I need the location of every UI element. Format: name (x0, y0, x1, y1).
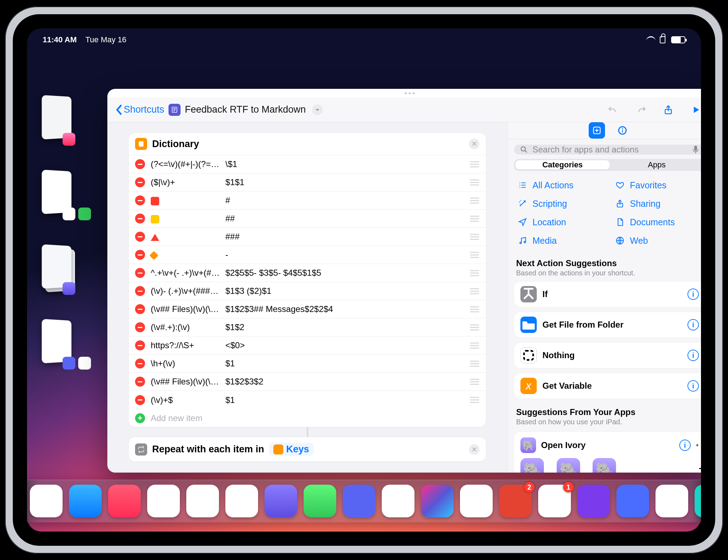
suggestion-item[interactable]: Get File from Folderi (514, 312, 701, 338)
dictionary-key[interactable]: (\v)- (.+)\v+(###.… (145, 286, 220, 296)
dictionary-row[interactable]: (?<=\v)(#+|-)(?=\h)\$1 (129, 155, 486, 173)
reorder-handle[interactable] (470, 288, 480, 294)
dock-app-clock[interactable] (655, 485, 688, 517)
reorder-handle[interactable] (470, 216, 480, 222)
reorder-handle[interactable] (470, 324, 480, 330)
dictionary-row[interactable]: (\v)+$$1 (129, 391, 486, 409)
window-grabber[interactable] (107, 89, 701, 97)
reorder-handle[interactable] (470, 179, 480, 185)
open-ivory-label[interactable]: Open Ivory (541, 440, 674, 450)
dictionary-key[interactable]: ($|\v)+ (145, 177, 220, 187)
repeat-variable-pill[interactable]: Keys (269, 443, 314, 456)
dock-app-obsidian[interactable] (577, 485, 610, 517)
dictionary-key[interactable]: https?://\S+ (145, 340, 220, 350)
dock-app-mastodon[interactable] (264, 485, 297, 517)
seg-apps[interactable]: Apps (610, 160, 701, 169)
ivory-tile[interactable]: 🐘Home (520, 458, 544, 473)
dictionary-row[interactable]: (\v#.+):(\v)$1$2 (129, 318, 486, 336)
dictionary-row[interactable]: ### (129, 228, 486, 246)
dock-app-checklist[interactable] (616, 485, 649, 517)
info-button[interactable]: i (687, 380, 699, 392)
remove-row-button[interactable] (135, 177, 145, 187)
remove-row-button[interactable] (135, 359, 145, 368)
suggestion-item[interactable]: Nothingi (514, 343, 701, 368)
dictionary-key[interactable] (145, 232, 220, 242)
dictionary-key[interactable]: \h+(\v) (145, 359, 220, 368)
category-media[interactable]: Media (518, 233, 604, 248)
suggestion-item[interactable]: xGet Variablei (514, 373, 701, 399)
dictionary-row[interactable]: https?://\S+<$0> (129, 336, 486, 355)
dictionary-value[interactable]: $1$2 (220, 322, 470, 332)
library-segmented-control[interactable]: Categories Apps (514, 159, 701, 171)
dictionary-row[interactable]: - (129, 246, 486, 264)
remove-row-button[interactable] (135, 250, 145, 260)
dock-app-things[interactable]: 1 (538, 485, 571, 517)
dictionary-key[interactable]: (\v#.+):(\v) (145, 322, 220, 332)
dictionary-value[interactable]: $1$1 (220, 177, 470, 187)
dock-app-timer[interactable] (382, 485, 414, 517)
stage-pile[interactable] (41, 245, 80, 298)
dictionary-key[interactable]: (\v)+$ (145, 395, 220, 405)
dictionary-value[interactable]: ### (220, 232, 470, 242)
remove-row-button[interactable] (135, 286, 145, 296)
remove-row-button[interactable] (135, 322, 145, 332)
dictionary-value[interactable]: # (220, 195, 470, 205)
title-menu-button[interactable] (312, 104, 323, 115)
dictionary-key[interactable] (145, 214, 220, 224)
dock-app-photos[interactable] (186, 485, 219, 517)
dock-app-notion[interactable] (460, 485, 493, 517)
info-button[interactable]: i (687, 350, 699, 361)
dictionary-row[interactable]: # (129, 192, 486, 210)
dictionary-row[interactable]: ^.+\v+(- .+)\v+(# …$2$5$5- $3$5- $4$5$1$… (129, 264, 486, 282)
dictionary-row[interactable]: \h+(\v)$1 (129, 355, 486, 373)
dock-app-music[interactable] (108, 485, 141, 517)
library-button[interactable] (589, 122, 605, 139)
remove-row-button[interactable] (135, 214, 145, 224)
dictation-icon[interactable] (692, 145, 700, 154)
remove-row-button[interactable] (135, 395, 145, 405)
category-web[interactable]: Web (615, 233, 701, 248)
details-button[interactable] (614, 122, 631, 139)
add-suggestion-button[interactable]: + (696, 442, 699, 448)
editor-canvas[interactable]: Dictionary ✕ (?<=\v)(#+|-)(?=\h)\$1($|\v… (107, 122, 507, 473)
dictionary-key[interactable] (145, 195, 220, 205)
dictionary-value[interactable]: $1 (220, 359, 470, 368)
remove-row-button[interactable] (135, 195, 145, 205)
dock-app-messages[interactable] (304, 485, 336, 517)
reorder-handle[interactable] (470, 361, 480, 367)
category-sharing[interactable]: Sharing (615, 196, 701, 211)
info-button[interactable]: i (679, 440, 691, 451)
ivory-tile[interactable]: 🐘Mentions (554, 458, 583, 473)
reorder-handle[interactable] (470, 161, 480, 167)
dictionary-row[interactable]: (\v)- (.+)\v+(###.…$1$3 ($2)$1 (129, 282, 486, 300)
dictionary-key[interactable]: (\v## Files)(\v)(\X… (145, 377, 220, 387)
suggestion-item[interactable]: Ifi (514, 281, 701, 307)
add-item-row[interactable]: Add new item (129, 409, 486, 427)
stage-pile[interactable] (41, 171, 80, 224)
shortcut-color-icon[interactable] (168, 104, 181, 116)
remove-row-button[interactable] (135, 304, 145, 314)
remove-row-button[interactable] (135, 340, 145, 350)
dictionary-row[interactable]: ($|\v)+$1$1 (129, 173, 486, 192)
category-favorites[interactable]: Favorites (615, 177, 701, 193)
seg-categories[interactable]: Categories (515, 160, 610, 169)
clear-action-button[interactable]: ✕ (469, 139, 480, 149)
category-documents[interactable]: Documents (615, 214, 701, 230)
dock-app-flame[interactable] (225, 485, 258, 517)
reorder-handle[interactable] (470, 270, 480, 276)
shortcut-title[interactable]: Feedback RTF to Markdown (185, 104, 306, 115)
dictionary-value[interactable]: $1$2$3$2 (220, 377, 470, 387)
clear-action-button[interactable]: ✕ (469, 444, 480, 455)
remove-row-button[interactable] (135, 268, 145, 278)
search-field[interactable]: Search for apps and actions (514, 145, 701, 155)
category-scripting[interactable]: Scripting (518, 196, 604, 211)
dictionary-value[interactable]: $1$2$3## Messages$2$2$4 (220, 304, 470, 314)
stage-pile[interactable] (41, 320, 80, 373)
resize-handle[interactable] (699, 460, 701, 469)
reorder-handle[interactable] (470, 234, 480, 240)
dock-app-appstore[interactable] (69, 485, 102, 517)
back-button[interactable]: Shortcuts (115, 104, 164, 115)
dock-app-safari[interactable] (30, 485, 63, 517)
remove-row-button[interactable] (135, 159, 145, 169)
dictionary-row[interactable]: (\v## Files)(\v)(\X…$1$2$3## Messages$2$… (129, 300, 486, 318)
